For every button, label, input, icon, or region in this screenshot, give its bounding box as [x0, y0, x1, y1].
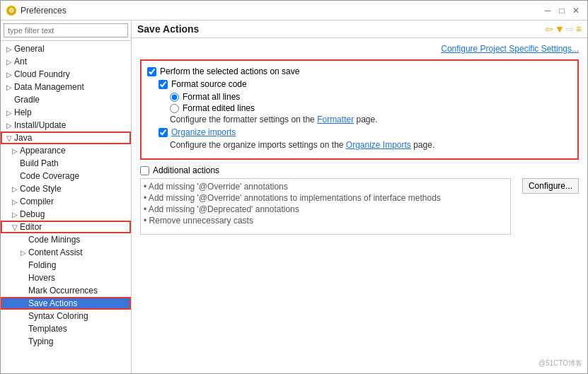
configure-project-link[interactable]: Configure Project Specific Settings... [441, 44, 579, 54]
tree-item-contentassist[interactable]: ▷ Content Assist [1, 246, 131, 259]
tree-item-cloudfoundry[interactable]: ▷ Cloud Foundry [1, 68, 131, 81]
tree-item-buildpath[interactable]: ▷ Build Path [1, 157, 131, 170]
perform-checkbox[interactable] [147, 67, 156, 76]
close-button[interactable]: ✕ [570, 5, 582, 16]
label-saveactions: Save Actions [28, 298, 77, 308]
label-markoccurrences: Mark Occurrences [28, 286, 98, 296]
tree-item-ant[interactable]: ▷ Ant [1, 55, 131, 68]
organize-text-after: page. [411, 140, 434, 150]
format-edited-row: Format edited lines [170, 103, 572, 113]
nav-arrows: ⇦ ▼ ⇨ ≡ [545, 23, 582, 35]
tree-item-codestyle[interactable]: ▷ Code Style [1, 182, 131, 195]
filter-box [1, 21, 131, 41]
organize-link[interactable]: Organize Imports [346, 140, 411, 150]
tree-item-codeminings[interactable]: ▷ Code Minings [1, 233, 131, 246]
label-hovers: Hovers [28, 273, 55, 283]
main-content: ▷ General ▷ Ant ▷ Cloud Foundry ▷ Data M… [1, 21, 587, 373]
maximize-button[interactable]: □ [556, 5, 567, 16]
window-title: Preferences [21, 6, 67, 16]
watermark: @51CTO博客 [538, 358, 582, 368]
arrow-ant: ▷ [6, 58, 12, 66]
additional-item-4: • Remove unnecessary casts [144, 216, 507, 226]
app-icon: ⚙ [6, 6, 16, 16]
tree-item-general[interactable]: ▷ General [1, 42, 131, 55]
panel-header: Save Actions ⇦ ▼ ⇨ ≡ [132, 21, 587, 38]
additional-item-3: • Add missing '@Deprecated' annotations [144, 204, 507, 214]
tree-item-compiler[interactable]: ▷ Compiler [1, 195, 131, 208]
panel-title: Save Actions [137, 23, 199, 35]
format-source-row: Format source code [158, 79, 572, 89]
formatter-link[interactable]: Formatter [317, 115, 354, 124]
preferences-tree: ▷ General ▷ Ant ▷ Cloud Foundry ▷ Data M… [1, 41, 131, 373]
save-actions-box: Perform the selected actions on save For… [140, 59, 579, 160]
organize-imports-checkbox[interactable] [158, 128, 168, 137]
arrow-cloudfoundry: ▷ [6, 71, 12, 78]
panel-content: Configure Project Specific Settings... P… [132, 38, 587, 373]
arrow-appearance: ▷ [12, 147, 18, 155]
tree-item-help[interactable]: ▷ Help [1, 106, 131, 119]
format-all-radio[interactable] [170, 93, 179, 102]
down-arrow[interactable]: ▼ [555, 23, 565, 35]
forward-arrow[interactable]: ⇨ [566, 23, 575, 35]
sidebar: ▷ General ▷ Ant ▷ Cloud Foundry ▷ Data M… [1, 21, 132, 373]
configure-button[interactable]: Configure... [522, 178, 579, 194]
tree-item-syntaxcoloring[interactable]: ▷ Syntax Coloring [1, 310, 131, 322]
arrow-general: ▷ [6, 45, 12, 53]
tree-item-installupdate[interactable]: ▷ Install/Update [1, 119, 131, 132]
additional-header: Additional actions [140, 165, 579, 175]
tree-item-saveactions[interactable]: ▷ Save Actions [1, 297, 131, 310]
tree-item-gradle[interactable]: ▷ Gradle [1, 93, 131, 106]
label-appearance: Appearance [20, 146, 66, 156]
tree-item-codecoverage[interactable]: ▷ Code Coverage [1, 170, 131, 182]
label-codecoverage: Code Coverage [20, 171, 79, 181]
perform-row: Perform the selected actions on save [147, 66, 572, 76]
window-controls: ─ □ ✕ [542, 5, 582, 16]
tree-item-java[interactable]: ▽ Java [1, 132, 131, 144]
format-all-label: Format all lines [183, 92, 240, 102]
arrow-installupdate: ▷ [6, 122, 12, 129]
label-ant: Ant [14, 57, 27, 66]
additional-label: Additional actions [153, 165, 219, 175]
organize-imports-label: Organize imports [171, 127, 236, 137]
label-general: General [14, 44, 45, 54]
menu-arrow[interactable]: ≡ [576, 23, 582, 35]
tree-item-debug[interactable]: ▷ Debug [1, 208, 131, 221]
additional-section: Additional actions • Add missing '@Overr… [140, 165, 579, 235]
tree-item-appearance[interactable]: ▷ Appearance [1, 144, 131, 157]
label-java: Java [14, 133, 32, 143]
right-panel: Save Actions ⇦ ▼ ⇨ ≡ Configure Project S… [132, 21, 587, 373]
arrow-datamanagement: ▷ [6, 83, 12, 91]
additional-checkbox[interactable] [140, 166, 149, 175]
formatter-text-before: Configure the formatter settings on the [170, 115, 317, 124]
label-folding: Folding [28, 260, 56, 270]
tree-item-datamanagement[interactable]: ▷ Data Management [1, 81, 131, 93]
additional-item-2: • Add missing '@Override' annotations to… [144, 193, 507, 203]
arrow-debug: ▷ [12, 211, 18, 218]
format-source-label: Format source code [171, 79, 247, 89]
tree-item-hovers[interactable]: ▷ Hovers [1, 271, 131, 284]
label-codeminings: Code Minings [28, 235, 80, 245]
tree-item-editor[interactable]: ▽ Editor [1, 221, 131, 233]
additional-content: • Add missing '@Override' annotations • … [140, 178, 579, 235]
configure-link-container: Configure Project Specific Settings... [140, 44, 579, 54]
arrow-java: ▽ [6, 134, 12, 142]
back-arrow[interactable]: ⇦ [545, 23, 553, 35]
label-buildpath: Build Path [20, 158, 59, 168]
tree-item-folding[interactable]: ▷ Folding [1, 259, 131, 271]
arrow-codestyle: ▷ [12, 185, 18, 193]
label-debug: Debug [20, 209, 45, 219]
label-codestyle: Code Style [20, 184, 62, 194]
formatter-text-row: Configure the formatter settings on the … [170, 115, 572, 124]
label-syntaxcoloring: Syntax Coloring [28, 311, 88, 321]
tree-item-typing[interactable]: ▷ Typing [1, 335, 131, 348]
arrow-contentassist: ▷ [21, 249, 26, 257]
minimize-button[interactable]: ─ [542, 5, 553, 16]
tree-item-markoccurrences[interactable]: ▷ Mark Occurrences [1, 284, 131, 297]
format-edited-radio[interactable] [170, 104, 179, 113]
additional-item-1: • Add missing '@Override' annotations [144, 182, 507, 192]
organize-imports-row: Organize imports [158, 127, 572, 137]
filter-input[interactable] [4, 23, 128, 37]
format-source-checkbox[interactable] [158, 80, 168, 89]
label-gradle: Gradle [14, 95, 40, 105]
tree-item-templates[interactable]: ▷ Templates [1, 322, 131, 335]
